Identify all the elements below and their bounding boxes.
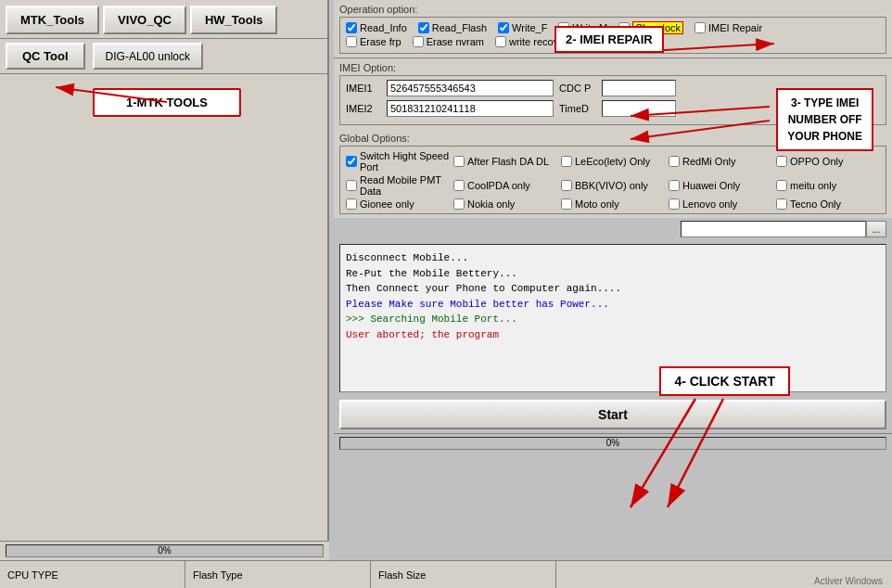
vivo-qc-button[interactable]: VIVO_QC [103, 6, 186, 34]
cdc-input[interactable] [602, 80, 676, 96]
activate-windows-label: Activer Windows [814, 576, 883, 586]
cb-imei-repair[interactable]: IMEI Repair [694, 22, 762, 33]
cb-switch-hight[interactable]: Switch Hight Speed Port [346, 150, 450, 173]
cb-coolpda[interactable]: CoolPDA only [453, 174, 557, 197]
qc-tool-button[interactable]: QC Tool [6, 43, 85, 70]
op-options-label: Operation option: [339, 4, 886, 15]
cb-erase-frp[interactable]: Erase frp [346, 36, 401, 47]
progress-label-left: 0% [158, 545, 171, 556]
flash-size-cell: Flash Size [371, 561, 556, 588]
progress-bar-left: 0% [6, 544, 324, 557]
console-output: Disconnect Mobile... Re-Put the Mobile B… [339, 244, 886, 392]
cb-erase-nvram[interactable]: Erase nvram [413, 36, 484, 47]
cb-write-f[interactable]: Write_F [498, 22, 547, 33]
cb-tecno[interactable]: Tecno Only [776, 198, 880, 210]
cpu-type-cell: CPU TYPE [0, 561, 185, 588]
imei2-label: IMEI2 [346, 103, 381, 114]
time-label: TimeD [559, 103, 596, 114]
start-button-area: Start [334, 396, 892, 433]
left-panel: MTK_Tools VIVO_QC HW_Tools QC Tool DIG-A… [0, 0, 329, 588]
progress-bar-right: 0% [339, 437, 886, 450]
console-line-3: Then Connect your Phone to Computer agai… [346, 281, 880, 297]
progress-right-area: 0% [334, 433, 892, 453]
cb-leeco[interactable]: LeEco(letv) Only [561, 150, 665, 173]
console-line-5: >>> Searching Mobile Port... [346, 312, 880, 327]
toolbar-second: QC Tool DIG-AL00 unlock [0, 39, 327, 74]
progress-left: 0% [0, 541, 329, 560]
annotation-4: 4- CLICK START [659, 366, 790, 396]
flash-type-cell: Flash Type [185, 561, 371, 588]
annotation-3: 3- TYPE IMEINUMBER OFFYOUR PHONE [776, 88, 873, 151]
cdc-label: CDC P [559, 83, 596, 94]
cb-meitu[interactable]: meitu only [776, 174, 880, 197]
toolbar-top: MTK_Tools VIVO_QC HW_Tools [0, 0, 327, 39]
cb-nokia[interactable]: Nokia only [453, 198, 557, 210]
console-line-4: Please Make sure Mobile better has Power… [346, 297, 880, 313]
search-input[interactable] [681, 221, 866, 237]
imei1-input[interactable] [387, 80, 554, 96]
right-panel: Operation option: Read_Info Read_Flash W… [334, 0, 892, 453]
mtk-tools-button[interactable]: MTK_Tools [6, 6, 99, 34]
hw-tools-button[interactable]: HW_Tools [190, 6, 278, 34]
console-line-1: Disconnect Mobile... [346, 250, 880, 266]
imei-section-label: IMEI Option: [339, 62, 886, 73]
cb-huawei[interactable]: Huawei Only [669, 174, 772, 197]
annotation-2: 2- IMEI REPAIR [554, 26, 664, 53]
cb-lenovo[interactable]: Lenovo only [669, 198, 772, 210]
cb-gionee[interactable]: Gionee only [346, 198, 450, 210]
cb-oppo[interactable]: OPPO Only [776, 150, 880, 173]
start-button[interactable]: Start [339, 400, 886, 429]
cb-read-info[interactable]: Read_Info [346, 22, 407, 33]
search-button[interactable]: ... [866, 221, 886, 237]
console-line-2: Re-Put the Mobile Bettery... [346, 266, 880, 282]
bottom-bar: CPU TYPE Flash Type Flash Size Activer W… [0, 560, 892, 588]
global-inner: Switch Hight Speed Port After Flash DA D… [339, 146, 886, 214]
console-line-6: User aborted; the program [346, 327, 880, 343]
cb-after-flash[interactable]: After Flash DA DL [453, 150, 557, 173]
cb-redmi[interactable]: RedMi Only [669, 150, 772, 173]
cb-bbk-vivo[interactable]: BBK(VIVO) only [561, 174, 665, 197]
global-grid: Switch Hight Speed Port After Flash DA D… [346, 150, 880, 210]
progress-label-right: 0% [606, 438, 619, 448]
cb-read-mobile[interactable]: Read Mobile PMT Data [346, 174, 450, 197]
annotation-1: 1-MTK TOOLS [93, 88, 241, 117]
time-input[interactable] [602, 100, 676, 117]
imei1-label: IMEI1 [346, 83, 381, 94]
cb-moto[interactable]: Moto only [561, 198, 665, 210]
cb-read-flash[interactable]: Read_Flash [418, 22, 487, 33]
imei2-input[interactable] [387, 100, 554, 117]
search-bar: ... [334, 218, 892, 240]
dig-al00-button[interactable]: DIG-AL00 unlock [93, 43, 203, 70]
